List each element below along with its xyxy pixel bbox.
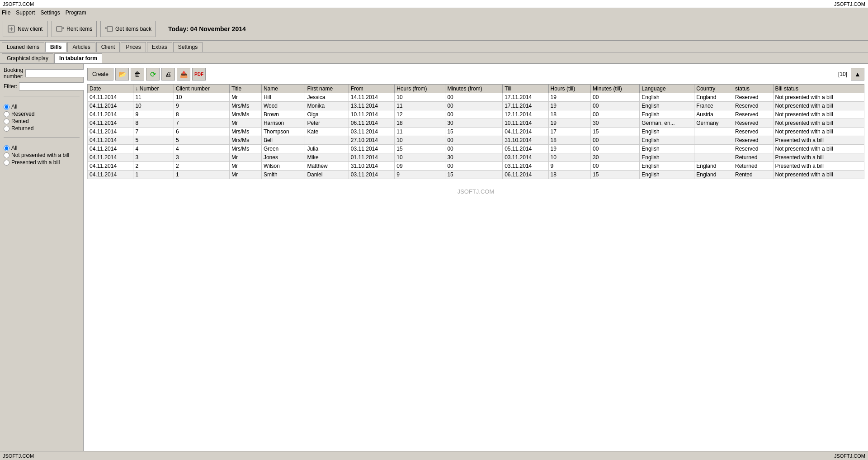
table-cell: 03.11.2014 xyxy=(503,162,548,171)
col-header[interactable]: Hours (till) xyxy=(548,85,591,93)
table-cell: 30 xyxy=(445,119,503,128)
table-cell: 18 xyxy=(395,119,445,128)
col-header[interactable]: Title xyxy=(229,85,261,93)
table-cell: Germany xyxy=(694,119,733,128)
table-row[interactable]: 04.11.201498Mrs/MsBrownOlga10.11.2014120… xyxy=(88,110,864,119)
col-header[interactable]: status xyxy=(733,85,773,93)
print-button[interactable]: 🖨 xyxy=(161,68,175,81)
table-row[interactable]: 04.11.201422MrWilsonMatthew31.10.2014090… xyxy=(88,162,864,171)
table-cell: 19 xyxy=(548,93,591,102)
table-cell: 05.11.2014 xyxy=(503,145,548,153)
col-header[interactable]: Hours (from) xyxy=(395,85,445,93)
status-rented-radio[interactable] xyxy=(4,119,9,124)
status-returned-radio[interactable] xyxy=(4,126,9,132)
table-cell: 30 xyxy=(591,119,640,128)
col-header[interactable]: Name xyxy=(261,85,305,93)
pdf-button[interactable]: PDF xyxy=(192,68,206,81)
table-row[interactable]: 04.11.201444Mrs/MsGreenJulia03.11.201415… xyxy=(88,145,864,153)
scroll-up-button[interactable]: ▲ xyxy=(851,68,864,81)
table-row[interactable]: 04.11.201433MrJonesMike01.11.2014103003.… xyxy=(88,153,864,162)
col-header[interactable]: Client number xyxy=(174,85,230,93)
rent-items-label: Rent items xyxy=(66,26,92,32)
table-cell: Wilson xyxy=(261,162,305,171)
bill-presented-radio[interactable] xyxy=(4,160,9,166)
col-header[interactable]: Country xyxy=(694,85,733,93)
table-row[interactable]: 04.11.2014109Mrs/MsWoodMonika13.11.20141… xyxy=(88,102,864,110)
bill-not-presented-radio[interactable] xyxy=(4,152,9,158)
table-cell: 9 xyxy=(174,102,230,110)
tab-articles[interactable]: Articles xyxy=(67,42,95,52)
col-header[interactable]: First name xyxy=(305,85,349,93)
table-cell: 00 xyxy=(445,93,503,102)
tab-loaned-items[interactable]: Loaned items xyxy=(2,42,44,52)
col-header[interactable]: ↓ Number xyxy=(133,85,174,93)
menu-program[interactable]: Program xyxy=(66,9,86,16)
open-folder-button[interactable]: 📂 xyxy=(115,68,129,81)
table-cell: 3 xyxy=(133,153,174,162)
new-client-label: New client xyxy=(18,26,42,32)
menu-support[interactable]: Support xyxy=(16,9,35,16)
status-all-label: All xyxy=(11,104,17,110)
table-cell: English xyxy=(640,110,694,119)
menu-settings[interactable]: Settings xyxy=(40,9,60,16)
col-header[interactable]: Till xyxy=(503,85,548,93)
tab-bills[interactable]: Bills xyxy=(45,42,66,52)
col-header[interactable]: Date xyxy=(88,85,133,93)
table-row[interactable]: 04.11.201455Mrs/MsBell27.10.2014100031.1… xyxy=(88,136,864,145)
toolbar: New client Rent items Get items back Tod… xyxy=(0,17,868,41)
filter-input[interactable] xyxy=(19,82,90,90)
table-cell: Reserved xyxy=(733,136,773,145)
table-cell: 17 xyxy=(548,128,591,136)
menu-file[interactable]: File xyxy=(2,9,10,16)
sidebar: Booking number: Filter: All Reserved Ren… xyxy=(0,64,84,451)
tab-in-tabular-form[interactable]: In tabular form xyxy=(54,53,102,63)
table-cell: 5 xyxy=(174,136,230,145)
create-button[interactable]: Create xyxy=(87,68,113,81)
rent-items-button[interactable]: Rent items xyxy=(52,21,97,37)
table-cell: 00 xyxy=(591,102,640,110)
table-cell: Presented with a bill xyxy=(773,153,864,162)
table-row[interactable]: 04.11.201487MrHarrisonPeter06.11.2014183… xyxy=(88,119,864,128)
table-cell: Not presented with a bill xyxy=(773,128,864,136)
table-cell: Returned xyxy=(733,153,773,162)
table-cell: 00 xyxy=(445,162,503,171)
table-cell: 4 xyxy=(133,145,174,153)
table-row[interactable]: 04.11.20141110MrHillJessica14.11.2014100… xyxy=(88,93,864,102)
tab-graphical-display[interactable]: Graphical display xyxy=(2,53,53,63)
tab-extras[interactable]: Extras xyxy=(147,42,172,52)
table-cell: Mrs/Ms xyxy=(229,102,261,110)
tab-settings[interactable]: Settings xyxy=(173,42,203,52)
table-cell: 31.10.2014 xyxy=(503,136,548,145)
title-right: JSOFTJ.COM xyxy=(834,1,865,7)
col-header[interactable]: Language xyxy=(640,85,694,93)
table-row[interactable]: 04.11.201476Mrs/MsThompsonKate03.11.2014… xyxy=(88,128,864,136)
status-all-radio[interactable] xyxy=(4,104,9,110)
refresh-button[interactable]: ⟳ xyxy=(146,68,160,81)
get-items-back-button[interactable]: Get items back xyxy=(100,21,156,37)
table-cell: Matthew xyxy=(305,162,349,171)
col-header[interactable]: Minutes (from) xyxy=(445,85,503,93)
table-cell: Returned xyxy=(733,162,773,171)
delete-button[interactable]: 🗑 xyxy=(131,68,144,81)
filter-label: Filter: xyxy=(4,83,17,90)
status-reserved-radio[interactable] xyxy=(4,111,9,117)
bill-presented-label: Presented with a bill xyxy=(11,159,60,166)
table-cell: 9 xyxy=(133,110,174,119)
export-button[interactable]: 📤 xyxy=(177,68,190,81)
table-cell: 04.11.2014 xyxy=(88,93,133,102)
tab-client[interactable]: Client xyxy=(96,42,120,52)
new-client-button[interactable]: New client xyxy=(3,21,48,37)
table-row[interactable]: 04.11.201411MrSmithDaniel03.11.201491506… xyxy=(88,171,864,179)
col-header[interactable]: Bill status xyxy=(773,85,864,93)
table-cell: Austria xyxy=(694,110,733,119)
table-cell: 15 xyxy=(445,171,503,179)
bill-all-radio[interactable] xyxy=(4,145,9,151)
col-header[interactable]: Minutes (till) xyxy=(591,85,640,93)
col-header[interactable]: From xyxy=(349,85,394,93)
table-cell: 10.11.2014 xyxy=(349,110,394,119)
tab-prices[interactable]: Prices xyxy=(121,42,146,52)
table-cell: England xyxy=(694,162,733,171)
booking-number-label: Booking number: xyxy=(4,67,24,80)
title-left: JSOFTJ.COM xyxy=(3,1,34,7)
table-cell: 11 xyxy=(133,93,174,102)
